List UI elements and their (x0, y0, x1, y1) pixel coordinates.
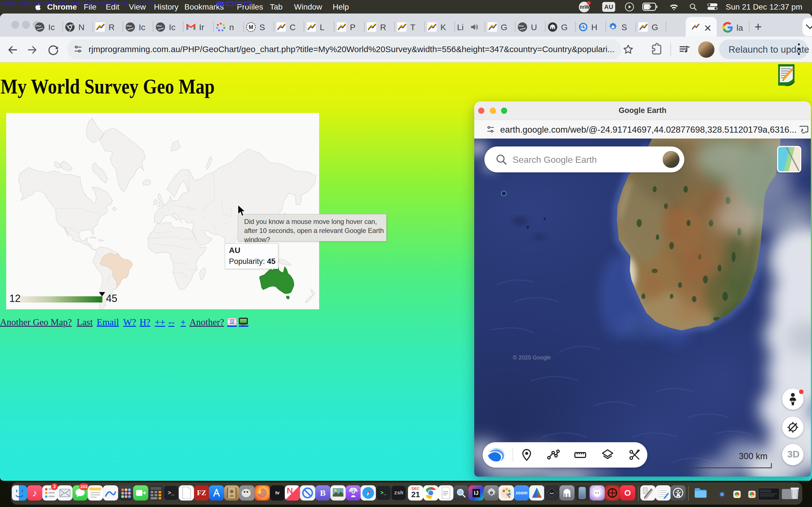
svg-text:45: 45 (106, 293, 117, 304)
svg-text:© 2025 Google: © 2025 Google (513, 354, 551, 360)
svg-text:M: M (249, 24, 253, 30)
svg-text:12: 12 (9, 293, 20, 304)
